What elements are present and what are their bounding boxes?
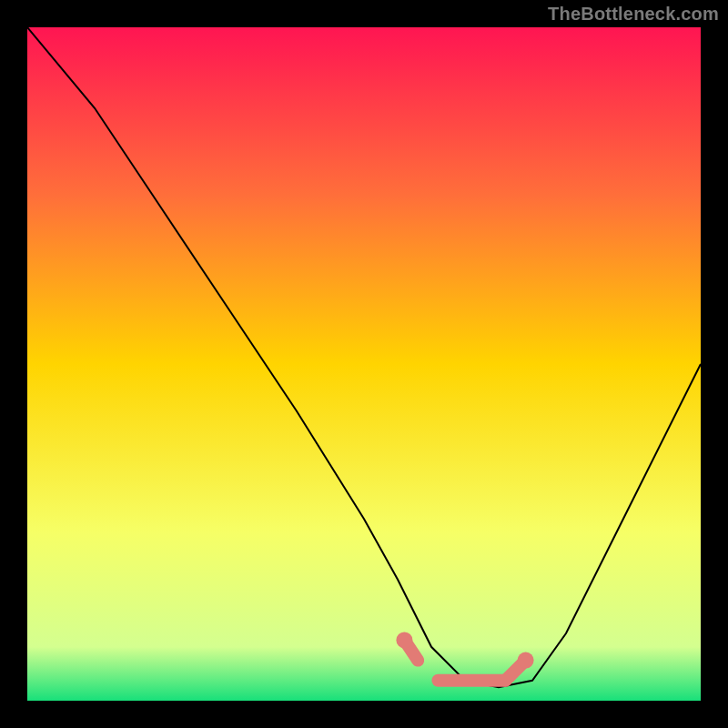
highlight-dot	[518, 652, 534, 669]
highlight-region	[396, 632, 533, 680]
plot-area	[27, 27, 701, 701]
curve-line	[27, 27, 701, 687]
highlight-dot	[396, 632, 412, 648]
chart-frame: TheBottleneck.com	[0, 0, 728, 728]
watermark-label: TheBottleneck.com	[548, 4, 719, 25]
bottleneck-curve	[27, 27, 701, 701]
